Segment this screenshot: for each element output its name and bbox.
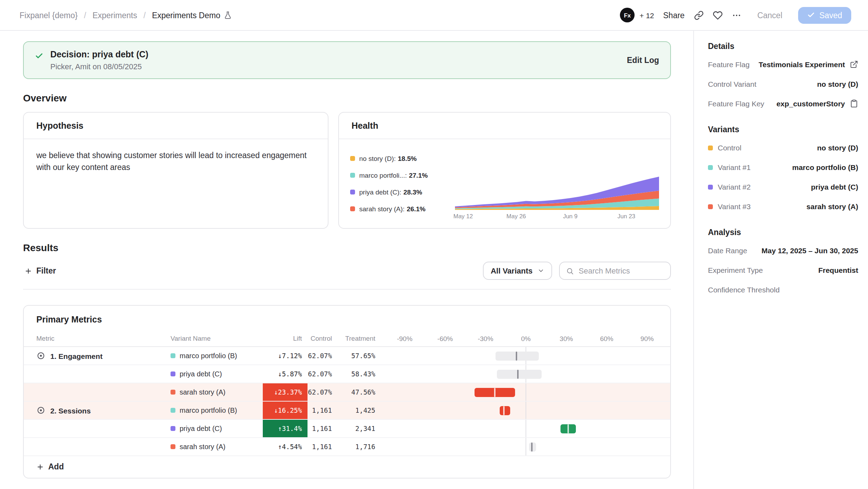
add-filter-button[interactable]: Filter <box>23 263 57 278</box>
confidence-interval-cell <box>390 438 670 455</box>
confidence-interval-cell <box>390 402 670 419</box>
link-icon[interactable] <box>694 10 703 20</box>
legend-value: 18.5% <box>398 155 417 162</box>
collaborators-count: + 12 <box>639 11 654 19</box>
variants-dropdown[interactable]: All Variants <box>483 262 552 280</box>
metric-row[interactable]: priya debt (C)↑31.4%1,1612,341 <box>24 420 670 438</box>
search-metrics-input[interactable] <box>579 267 663 275</box>
sidebar-row-value: no story (D) <box>817 80 858 88</box>
interval-mid-tick <box>567 424 569 433</box>
treatment-value: 1,716 <box>348 438 390 455</box>
axis-tick-label: -60% <box>437 334 453 342</box>
analysis-heading: Analysis <box>708 228 858 236</box>
sidebar-row-feature-flag-key: Feature Flag Keyexp_customerStory <box>708 99 858 108</box>
topbar-actions: Fx + 12 Share Cancel Saved <box>620 7 851 23</box>
add-metric-button[interactable]: Add <box>24 456 670 478</box>
variant-name: sarah story (A) <box>180 388 225 396</box>
metric-row[interactable]: sarah story (A)↑4.54%1,1611,716 <box>24 438 670 456</box>
decision-banner: Decision: priya debt (C) Picker, Amit on… <box>23 41 671 79</box>
breadcrumb-separator: / <box>84 11 86 19</box>
health-x-label: May 26 <box>506 213 526 220</box>
legend-value: 27.1% <box>409 171 428 179</box>
health-legend-item[interactable]: no story (D):18.5% <box>350 155 455 162</box>
axis-tick-label: 0% <box>521 334 530 342</box>
external-link-icon[interactable] <box>850 60 858 69</box>
sidebar-row-value-wrap: no story (D) <box>817 80 858 88</box>
decision-subtitle: Picker, Amit on 08/05/2025 <box>50 62 149 71</box>
edit-log-button[interactable]: Edit Log <box>627 56 659 64</box>
sidebar-row-label-wrap: Feature Flag <box>708 60 750 69</box>
column-header-metric: Metric <box>24 330 171 346</box>
metric-name: 2. Sessions <box>50 406 91 414</box>
sidebar-row-control-variant: Control Variantno story (D) <box>708 80 858 88</box>
sidebar-row-value-wrap: no story (D) <box>817 143 858 152</box>
metric-row[interactable]: priya debt (C)↓5.87%62.07%58.43% <box>24 365 670 383</box>
interval-mid-tick <box>517 369 519 378</box>
clipboard-icon[interactable] <box>850 99 858 108</box>
breadcrumb-item-experiments-demo: Experiments Demo <box>152 11 232 19</box>
sidebar-row-variant-3: Variant #3sarah story (A) <box>708 202 858 211</box>
ellipsis-menu-icon[interactable] <box>731 10 741 20</box>
metric-cell <box>24 438 171 455</box>
sidebar-row-feature-flag: Feature FlagTestimonials Experiment <box>708 60 858 69</box>
breadcrumb-item-fixpanel-demo[interactable]: Fixpanel {demo} <box>20 11 78 19</box>
variant-color-dot <box>171 444 175 449</box>
share-button[interactable]: Share <box>663 11 685 19</box>
decision-title: Decision: priya debt (C) <box>50 50 149 59</box>
variant-color-dot <box>708 204 713 209</box>
saved-button[interactable]: Saved <box>798 7 851 23</box>
legend-color-dot <box>350 173 355 178</box>
confidence-interval-bar <box>529 442 536 451</box>
health-x-axis: May 12May 26Jun 9Jun 23 <box>455 213 659 222</box>
add-metric-label: Add <box>48 462 64 471</box>
sidebar-row-label-wrap: Control Variant <box>708 80 757 88</box>
confidence-interval-cell <box>390 420 670 437</box>
metric-row[interactable]: sarah story (A)↓23.37%62.07%47.56% <box>24 383 670 402</box>
treatment-value: 58.43% <box>348 365 390 383</box>
legend-value: 26.1% <box>407 205 426 213</box>
heart-icon[interactable] <box>713 10 722 20</box>
sidebar-row-confidence-threshold: Confidence Threshold <box>708 285 858 294</box>
sidebar-row-label-wrap: Variant #2 <box>708 183 751 191</box>
variant-name: priya debt (C) <box>180 370 222 378</box>
avatar[interactable]: Fx <box>620 8 635 22</box>
saved-check-icon <box>808 11 815 19</box>
axis-tick-label: 90% <box>641 334 654 342</box>
sidebar-row-value-wrap: Testimonials Experiment <box>759 60 858 69</box>
treatment-value: 2,341 <box>348 420 390 437</box>
health-legend-item[interactable]: marco portfoli...:27.1% <box>350 171 455 179</box>
control-value: 1,161 <box>308 402 348 419</box>
health-title: Health <box>339 113 670 139</box>
axis-tick-label: -30% <box>478 334 493 342</box>
metrics-table-header: MetricVariant NameLiftControlTreatment-9… <box>24 330 670 347</box>
sidebar-row-value-wrap: sarah story (A) <box>806 202 858 211</box>
column-header-lift: Lift <box>263 330 308 346</box>
variants-heading: Variants <box>708 125 858 134</box>
column-header-variant: Variant Name <box>171 330 263 346</box>
health-legend-item[interactable]: sarah story (A):26.1% <box>350 205 455 213</box>
sidebar-row-value: priya debt (C) <box>811 183 858 191</box>
metric-row[interactable]: 2. Sessionsmarco portfolio (B)↓16.25%1,1… <box>24 402 670 420</box>
plus-icon <box>36 463 44 470</box>
variants-dropdown-label: All Variants <box>491 267 533 275</box>
breadcrumb: Fixpanel {demo}/Experiments/Experiments … <box>20 11 232 19</box>
sidebar-row-value: May 12, 2025 – Jun 30, 2025 <box>761 246 858 255</box>
sidebar-row-label: Variant #2 <box>718 183 751 191</box>
variant-cell: sarah story (A) <box>171 438 263 455</box>
metric-row[interactable]: 1. Engagementmarco portfolio (B)↓7.12%62… <box>24 347 670 365</box>
lift-value: ↓16.25% <box>263 402 308 419</box>
control-value: 62.07% <box>308 365 348 383</box>
metric-cell: 1. Engagement <box>24 347 171 364</box>
control-value: 1,161 <box>308 438 348 455</box>
health-legend-item[interactable]: priya debt (C):28.3% <box>350 188 455 196</box>
cancel-button[interactable]: Cancel <box>750 7 789 23</box>
health-area-chart <box>455 165 659 210</box>
sidebar-row-value-wrap: Frequentist <box>818 266 858 274</box>
sidebar-row-value-wrap: exp_customerStory <box>776 99 858 108</box>
metric-target-icon <box>36 406 45 415</box>
metric-cell <box>24 365 171 383</box>
breadcrumb-item-experiments[interactable]: Experiments <box>93 11 137 19</box>
lift-value: ↑31.4% <box>263 420 308 437</box>
variant-name: marco portfolio (B) <box>180 352 237 360</box>
confidence-interval-cell <box>390 383 670 401</box>
